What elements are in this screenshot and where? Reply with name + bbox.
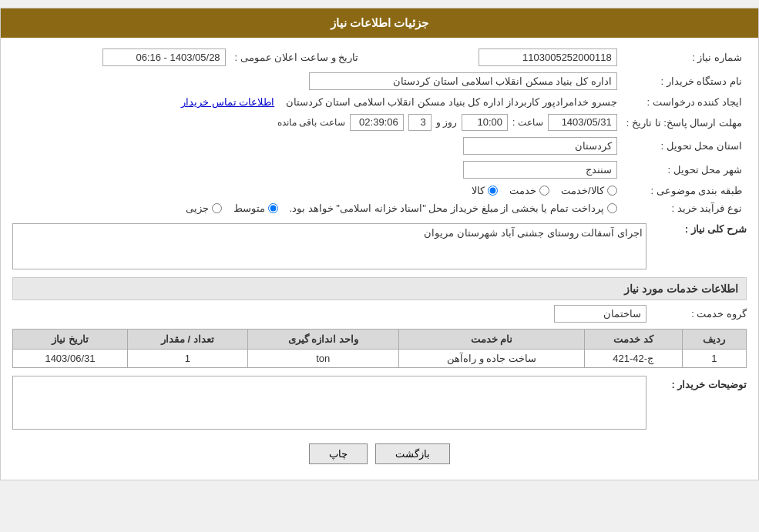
need-number-label: شماره نیاز :: [622, 45, 747, 69]
province-label: استان محل تحویل :: [622, 134, 747, 158]
col-header-date: تاریخ نیاز: [13, 330, 128, 350]
city-label: شهر محل تحویل :: [622, 158, 747, 182]
radio-khidmat[interactable]: [539, 186, 549, 196]
contact-link[interactable]: اطلاعات تماس خریدار: [181, 96, 274, 108]
purchase-type-label: نوع فرآیند خرید :: [622, 199, 747, 217]
deadline-date: 1403/05/31: [548, 114, 617, 131]
radio-kala-khidmat-label: کالا/خدمت: [561, 185, 604, 196]
services-table: ردیف کد خدمت نام خدمت واحد اندازه گیری ت…: [12, 329, 747, 368]
need-number-value: 1103005252000118: [479, 49, 617, 66]
back-button[interactable]: بازگشت: [375, 443, 450, 464]
purchase-type-radio-group: پرداخت تمام یا بخشی از مبلغ خریداز محل "…: [17, 202, 617, 214]
remaining-label: ساعت باقی مانده: [277, 117, 345, 128]
buyer-org-value: اداره کل بنیاد مسکن انقلاب اسلامی استان …: [309, 72, 617, 90]
buyer-notes-row: توضیحات خریدار :: [12, 376, 747, 432]
category-radio-kala[interactable]: کالا: [472, 185, 498, 196]
announcement-date-value: 1403/05/28 - 06:16: [102, 49, 226, 66]
purchase-type-esnad[interactable]: پرداخت تمام یا بخشی از مبلغ خریداز محل "…: [290, 202, 617, 214]
radio-motavaset[interactable]: [268, 203, 278, 213]
radio-jozi-label: جزیی: [186, 202, 209, 214]
announcement-date-label: تاریخ و ساعت اعلان عمومی :: [230, 45, 364, 69]
deadline-time-label: ساعت :: [512, 117, 543, 128]
description-box: اجرای آسفالت روستای جشنی آباد شهرستان مر…: [12, 223, 646, 269]
service-group-value-container: ساختمان: [554, 305, 646, 323]
category-radio-group: کالا/خدمت خدمت کالا: [17, 185, 617, 196]
button-row: بازگشت چاپ: [12, 443, 747, 464]
radio-jozi[interactable]: [212, 203, 222, 213]
service-group-label: گروه خدمت :: [646, 308, 747, 320]
print-button[interactable]: چاپ: [309, 443, 368, 464]
province-value: کردستان: [463, 137, 617, 155]
table-cell-row: 1: [682, 350, 746, 368]
description-container: اجرای آسفالت روستای جشنی آباد شهرستان مر…: [12, 223, 646, 269]
table-cell-date: 1403/06/31: [13, 350, 128, 368]
table-cell-name: ساخت جاده و راه‌آهن: [398, 350, 584, 368]
buyer-org-label: نام دستگاه خریدار :: [622, 69, 747, 93]
buyer-notes-textarea[interactable]: [12, 376, 646, 430]
city-value: سنندج: [463, 161, 617, 179]
radio-esnad[interactable]: [607, 203, 617, 213]
deadline-time: 10:00: [462, 114, 508, 131]
col-header-code: کد خدمت: [584, 330, 682, 350]
radio-kala-label: کالا: [472, 185, 485, 196]
description-label: شرح کلی نیاز :: [646, 223, 747, 235]
table-row: 1ج-42-421ساخت جاده و راه‌آهنton11403/06/…: [13, 350, 747, 368]
col-header-qty: تعداد / مقدار: [127, 330, 247, 350]
radio-khidmat-label: خدمت: [509, 185, 536, 196]
deadline-days-label: روز و: [436, 117, 457, 128]
col-header-name: نام خدمت: [398, 330, 584, 350]
table-cell-code: ج-42-421: [584, 350, 682, 368]
services-section-title: اطلاعات خدمات مورد نیاز: [12, 277, 747, 300]
category-label: طبقه بندی موضوعی :: [622, 182, 747, 199]
radio-esnad-label: پرداخت تمام یا بخشی از مبلغ خریداز محل "…: [290, 202, 604, 214]
buyer-notes-container: [12, 376, 646, 432]
purchase-type-motavaset[interactable]: متوسط: [233, 202, 278, 214]
creator-value: جسرو خدامرادپور کاربرداز اداره کل بنیاد …: [286, 96, 617, 108]
table-cell-quantity: 1: [127, 350, 247, 368]
purchase-type-jozi[interactable]: جزیی: [186, 202, 222, 214]
category-radio-kala-khidmat[interactable]: کالا/خدمت: [561, 185, 617, 196]
description-row: شرح کلی نیاز : اجرای آسفالت روستای جشنی …: [12, 223, 747, 269]
creator-label: ایجاد کننده درخواست :: [622, 93, 747, 111]
col-header-row: ردیف: [682, 330, 746, 350]
page-title: جزئیات اطلاعات نیاز: [331, 16, 428, 29]
info-section: شماره نیاز : 1103005252000118 تاریخ و سا…: [12, 45, 747, 217]
radio-kala-khidmat[interactable]: [607, 186, 617, 196]
radio-motavaset-label: متوسط: [233, 202, 265, 214]
service-group-row: گروه خدمت : ساختمان: [12, 305, 747, 323]
table-cell-unit: ton: [247, 350, 398, 368]
deadline-days: 3: [408, 114, 432, 131]
radio-kala[interactable]: [488, 186, 498, 196]
description-value: اجرای آسفالت روستای جشنی آباد شهرستان مر…: [424, 227, 643, 239]
category-radio-khidmat[interactable]: خدمت: [509, 185, 549, 196]
deadline-label: مهلت ارسال پاسخ: تا تاریخ :: [622, 111, 747, 134]
remaining-time: 02:39:06: [350, 114, 404, 131]
col-header-unit: واحد اندازه گیری: [247, 330, 398, 350]
page-header: جزئیات اطلاعات نیاز: [1, 8, 758, 38]
buyer-notes-label: توضیحات خریدار :: [646, 376, 747, 390]
service-group-value: ساختمان: [554, 305, 646, 323]
